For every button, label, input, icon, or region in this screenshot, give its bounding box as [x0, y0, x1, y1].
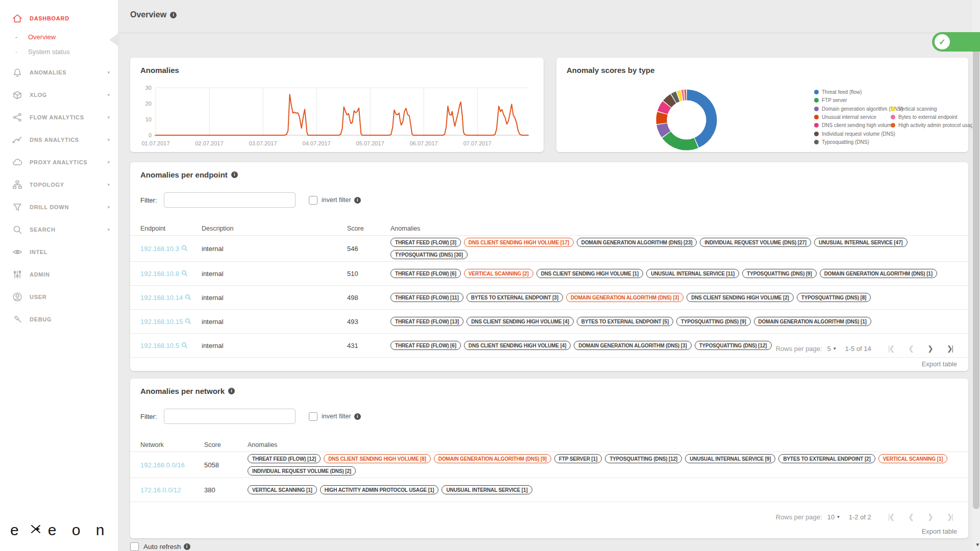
info-icon[interactable]: i — [184, 543, 190, 550]
rows-per-page-select[interactable]: 10▾ — [827, 513, 840, 521]
next-page-button[interactable]: ❯ — [923, 344, 937, 353]
export-table-link[interactable]: Export table — [922, 360, 957, 368]
endpoint-link[interactable]: 192.168.10.15 — [140, 318, 191, 326]
export-table-link[interactable]: Export table — [922, 528, 957, 535]
invert-filter-checkbox[interactable] — [309, 412, 317, 421]
network-link[interactable]: 192.168.0.0/16 — [140, 461, 185, 469]
endpoint-link[interactable]: 192.168.10.5 — [140, 342, 188, 350]
chevron-down-icon: ▾ — [107, 115, 110, 120]
sidebar-item-xlog[interactable]: XLOG▾ — [0, 84, 118, 106]
sidebar-item-anomalies[interactable]: ANOMALIES▾ — [0, 61, 118, 84]
sidebar-item-search[interactable]: SEARCH▾ — [0, 218, 118, 241]
endpoint-link[interactable]: 192.168.10.14 — [140, 294, 191, 302]
sidebar-item-topology[interactable]: TOPOLOGY▾ — [0, 173, 118, 196]
anomaly-badge[interactable]: DNS CLIENT SENDING HIGH VOLUME [4] — [467, 317, 574, 326]
anomaly-badge[interactable]: VERTICAL SCANNING [2] — [464, 269, 533, 278]
anomaly-badge[interactable]: DOMAIN GENERATION ALGORITHM (DNS) [1] — [754, 317, 871, 326]
previous-page-button[interactable]: ❮ — [903, 513, 918, 521]
anomaly-badge[interactable]: DNS CLIENT SENDING HIGH VOLUME [8] — [324, 454, 431, 463]
chevron-down-icon: ▾ — [107, 160, 110, 165]
sidebar-item-user[interactable]: USER — [0, 286, 118, 308]
rows-per-page-select[interactable]: 5▾ — [827, 345, 836, 353]
anomaly-badge[interactable]: DNS CLIENT SENDING HIGH VOLUME [1] — [536, 269, 644, 278]
scroll-down-icon[interactable]: ▾ — [976, 541, 979, 548]
anomaly-badge[interactable]: VERTICAL SCANNING [1] — [878, 454, 948, 463]
rows-per-page-label: Rows per page: — [776, 345, 822, 353]
info-icon[interactable]: i — [354, 413, 361, 420]
endpoint-link[interactable]: 192.168.10.8 — [140, 270, 188, 278]
auto-refresh-checkbox[interactable] — [130, 542, 139, 551]
last-page-button[interactable]: ❯| — [942, 344, 957, 353]
info-icon[interactable]: i — [228, 388, 235, 394]
sidebar-item-drill-down[interactable]: DRILL DOWN▾ — [0, 196, 118, 218]
anomaly-badge[interactable]: DOMAIN GENERATION ALGORITHM (DNS) [1] — [820, 269, 937, 278]
anomaly-badge[interactable]: TYPOSQUATTING (DNS) [8] — [797, 293, 871, 302]
anomaly-badge[interactable]: UNUSUAL INTERNAL SERVICE [11] — [646, 269, 739, 278]
anomaly-badge[interactable]: TYPOSQUATTING (DNS) [9] — [676, 317, 750, 326]
sidebar-item-dashboard[interactable]: DASHBOARD — [0, 7, 118, 30]
anomaly-badge[interactable]: TYPOSQUATTING (DNS) [12] — [695, 341, 772, 350]
anomaly-badge[interactable]: UNUSUAL INTERNAL SERVICE [1] — [442, 485, 532, 494]
sidebar-item-proxy-analytics[interactable]: PROXY ANALYTICS▾ — [0, 151, 118, 173]
svg-text:05.07.2017: 05.07.2017 — [356, 140, 384, 146]
previous-page-button[interactable]: ❮ — [903, 344, 918, 353]
invert-filter-checkbox[interactable] — [309, 196, 317, 205]
card-title: Anomalies per network — [140, 387, 225, 395]
info-icon[interactable]: i — [354, 197, 361, 204]
anomaly-badge[interactable]: UNUSUAL INTERNAL SERVICE [9] — [685, 454, 775, 463]
anomaly-badge[interactable]: THREAT FEED (FLOW) [12] — [248, 454, 321, 463]
scrollbar-track[interactable]: ▾ — [972, 0, 980, 551]
anomaly-badge[interactable]: INDIVIDUAL REQUEST VOLUME (DNS) [27] — [700, 238, 811, 247]
anomaly-badge[interactable]: HIGH ACTIVITY ADMIN PROTOCOL USAGE [1] — [320, 485, 439, 494]
first-page-button[interactable]: |❮ — [884, 344, 898, 353]
next-page-button[interactable]: ❯ — [923, 513, 937, 521]
anomaly-badge[interactable]: DOMAIN GENERATION ALGORITHM (DNS) [3] — [574, 341, 691, 350]
anomaly-badge[interactable]: UNUSUAL INTERNAL SERVICE [47] — [814, 238, 908, 247]
system-status-pill[interactable]: ✓ — [932, 32, 980, 52]
sidebar-item-dns-analytics[interactable]: DNS ANALYTICS▾ — [0, 129, 118, 151]
network-filter-input[interactable] — [164, 409, 296, 424]
active-item-notch — [109, 33, 119, 47]
network-link[interactable]: 172.16.0.0/12 — [140, 486, 181, 494]
anomaly-badge[interactable]: THREAT FEED (FLOW) [6] — [390, 269, 461, 278]
last-page-button[interactable]: ❯| — [942, 513, 957, 521]
anomaly-badge[interactable]: THREAT FEED (FLOW) [11] — [390, 293, 463, 302]
anomaly-badge[interactable]: INDIVIDUAL REQUEST VOLUME (DNS) [2] — [248, 466, 356, 475]
legend-color-dot — [814, 115, 819, 119]
sidebar-subitem-system-status[interactable]: -System status — [0, 44, 118, 59]
anomaly-badge[interactable]: BYTES TO EXTERNAL ENDPOINT [5] — [577, 317, 673, 326]
sidebar-item-flow-analytics[interactable]: FLOW ANALYTICS▾ — [0, 106, 118, 129]
anomaly-badge[interactable]: THREAT FEED (FLOW) [3] — [390, 238, 461, 247]
info-icon[interactable]: i — [231, 171, 238, 178]
legend-color-dot — [891, 115, 895, 119]
anomaly-badge[interactable]: DNS CLIENT SENDING HIGH VOLUME [17] — [464, 238, 574, 247]
info-icon[interactable]: i — [170, 12, 177, 18]
dash-bullet: - — [15, 48, 28, 56]
endpoint-filter-input[interactable] — [164, 192, 296, 208]
anomaly-badge[interactable]: DOMAIN GENERATION ALGORITHM (DNS) [3] — [566, 293, 683, 302]
anomaly-badge[interactable]: BYTES TO EXTERNAL ENDPOINT [2] — [778, 454, 875, 463]
status-check-circle: ✓ — [935, 34, 950, 49]
endpoint-link[interactable]: 192.168.10.3 — [140, 245, 188, 253]
anomaly-badge[interactable]: TYPOSQUATTING (DNS) [30] — [390, 250, 468, 259]
anomaly-badge[interactable]: DNS CLIENT SENDING HIGH VOLUME [2] — [687, 293, 794, 302]
anomaly-badge[interactable]: FTP SERVER [1] — [554, 454, 602, 463]
sidebar-item-intel[interactable]: INTEL — [0, 241, 118, 263]
anomaly-badge[interactable]: TYPOSQUATTING (DNS) [9] — [742, 269, 816, 278]
anomaly-badge[interactable]: TYPOSQUATTING (DNS) [12] — [605, 454, 682, 463]
anomaly-badge[interactable]: VERTICAL SCANNING [1] — [248, 485, 317, 494]
first-page-button[interactable]: |❮ — [884, 513, 898, 521]
sidebar-item-admin[interactable]: ADMIN — [0, 263, 118, 286]
anomaly-badge[interactable]: DOMAIN GENERATION ALGORITHM (DNS) [9] — [434, 454, 551, 463]
anomaly-badge[interactable]: DNS CLIENT SENDING HIGH VOLUME [4] — [464, 341, 571, 350]
sidebar-subitem-overview[interactable]: -Overview — [0, 30, 118, 44]
sidebar-subitem-label: Overview — [28, 33, 56, 41]
sidebar-item-label: SEARCH — [30, 227, 56, 233]
anomaly-badge[interactable]: THREAT FEED (FLOW) [13] — [390, 317, 463, 326]
anomaly-badge[interactable]: BYTES TO EXTERNAL ENDPOINT [3] — [467, 293, 563, 302]
legend-label: FTP server — [822, 97, 847, 103]
sidebar-item-debug[interactable]: DEBUG — [0, 308, 118, 331]
scrollbar-thumb[interactable] — [973, 35, 979, 509]
anomaly-badge[interactable]: THREAT FEED (FLOW) [6] — [390, 341, 461, 350]
anomaly-badge[interactable]: DOMAIN GENERATION ALGORITHM (DNS) [23] — [577, 238, 697, 247]
